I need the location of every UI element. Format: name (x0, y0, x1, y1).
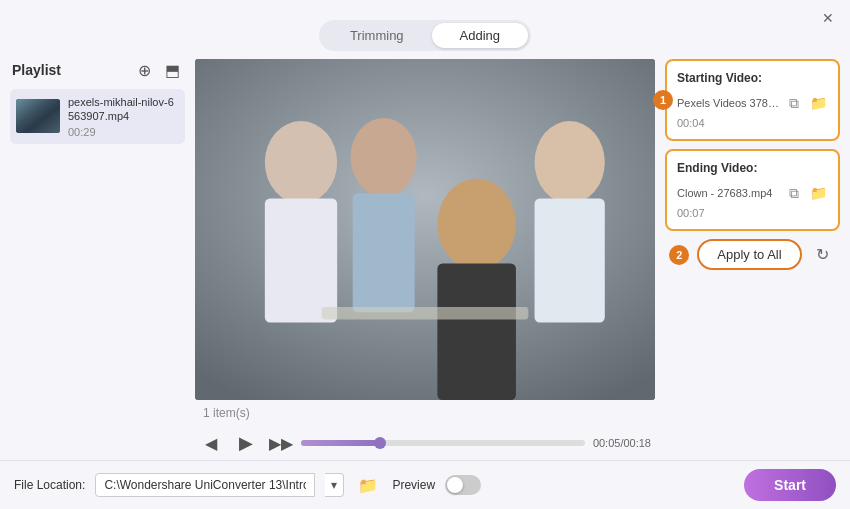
svg-rect-5 (353, 193, 415, 312)
tabs-container: Trimming Adding (0, 20, 850, 51)
file-path-input[interactable] (95, 473, 315, 497)
app-window: ✕ Trimming Adding Playlist ⊕ ⬒ (0, 0, 850, 509)
playlist-header: Playlist ⊕ ⬒ (10, 59, 185, 81)
path-dropdown-button[interactable]: ▾ (325, 473, 344, 497)
progress-bar[interactable] (301, 440, 585, 446)
starting-video-filename: Pexels Videos 3785.mp4 (677, 97, 784, 109)
svg-point-4 (351, 118, 417, 197)
svg-rect-9 (535, 199, 605, 323)
starting-video-entry: Pexels Videos 3785.mp4 ⧉ 📁 (677, 93, 828, 113)
svg-rect-10 (322, 307, 529, 319)
playlist-item-duration: 00:29 (68, 126, 179, 138)
starting-video-label: Starting Video: (677, 71, 828, 85)
svg-point-8 (535, 121, 605, 204)
refresh-button[interactable]: ↻ (810, 242, 836, 268)
play-button[interactable]: ▶ (231, 428, 261, 458)
starting-video-actions: ⧉ 📁 (784, 93, 828, 113)
preview-toggle[interactable] (445, 475, 481, 495)
playlist-item-info: pexels-mikhail-nilov-6563907.mp4 00:29 (68, 95, 179, 138)
starting-video-folder-button[interactable]: 📁 (808, 93, 828, 113)
start-button[interactable]: Start (744, 469, 836, 501)
ending-video-filename: Clown - 27683.mp4 (677, 187, 784, 199)
progress-fill (301, 440, 380, 446)
tabs: Trimming Adding (319, 20, 531, 51)
preview-label: Preview (392, 478, 435, 492)
playlist-panel: Playlist ⊕ ⬒ pexels-mikhail-nilov-656390… (10, 59, 185, 460)
time-display: 00:05/00:18 (593, 437, 651, 449)
svg-point-6 (437, 179, 516, 270)
playlist-thumbnail (16, 99, 60, 133)
playlist-title: Playlist (12, 62, 61, 78)
starting-video-copy-button[interactable]: ⧉ (784, 93, 804, 113)
toggle-knob (447, 477, 463, 493)
ending-video-card-outer: Ending Video: Clown - 27683.mp4 ⧉ 📁 00:0… (665, 149, 840, 231)
apply-row: 2 Apply to All ↻ (665, 239, 840, 270)
video-background (195, 59, 655, 400)
badge-2: 2 (669, 245, 689, 265)
tab-adding[interactable]: Adding (432, 23, 528, 48)
playlist-item[interactable]: pexels-mikhail-nilov-6563907.mp4 00:29 (10, 89, 185, 144)
starting-video-card-outer: 1 Starting Video: Pexels Videos 3785.mp4… (665, 59, 840, 141)
ending-video-card: Ending Video: Clown - 27683.mp4 ⧉ 📁 00:0… (665, 149, 840, 231)
ending-video-actions: ⧉ 📁 (784, 183, 828, 203)
ending-video-time: 00:07 (677, 207, 828, 219)
playlist-item-name: pexels-mikhail-nilov-6563907.mp4 (68, 95, 179, 124)
ending-video-label: Ending Video: (677, 161, 828, 175)
file-location-label: File Location: (14, 478, 85, 492)
ending-video-copy-button[interactable]: ⧉ (784, 183, 804, 203)
main-content: Playlist ⊕ ⬒ pexels-mikhail-nilov-656390… (0, 59, 850, 460)
playlist-actions: ⊕ ⬒ (133, 59, 183, 81)
bottom-bar: File Location: ▾ 📁 Preview Start (0, 460, 850, 509)
right-panel: 1 Starting Video: Pexels Videos 3785.mp4… (665, 59, 840, 460)
starting-video-time: 00:04 (677, 117, 828, 129)
close-button[interactable]: ✕ (818, 8, 838, 28)
tab-trimming[interactable]: Trimming (322, 23, 432, 48)
video-area: 1 item(s) ◀ ▶ ▶▶ 00:05/00:18 (195, 59, 655, 460)
svg-rect-7 (437, 264, 516, 400)
next-button[interactable]: ▶▶ (269, 431, 293, 455)
import-button[interactable]: ⬒ (161, 59, 183, 81)
title-bar: ✕ (0, 0, 850, 16)
apply-to-all-button[interactable]: Apply to All (697, 239, 801, 270)
progress-handle[interactable] (374, 437, 386, 449)
video-controls: ◀ ▶ ▶▶ 00:05/00:18 (195, 422, 655, 460)
starting-video-card: Starting Video: Pexels Videos 3785.mp4 ⧉… (665, 59, 840, 141)
ending-video-entry: Clown - 27683.mp4 ⧉ 📁 (677, 183, 828, 203)
thumbnail-image (16, 99, 60, 133)
ending-video-folder-button[interactable]: 📁 (808, 183, 828, 203)
prev-button[interactable]: ◀ (199, 431, 223, 455)
svg-point-2 (265, 121, 337, 204)
folder-browse-button[interactable]: 📁 (354, 471, 382, 499)
video-player (195, 59, 655, 400)
badge-1: 1 (653, 90, 673, 110)
svg-rect-3 (265, 199, 337, 323)
add-media-button[interactable]: ⊕ (133, 59, 155, 81)
video-scene (195, 59, 655, 400)
items-count: 1 item(s) (199, 404, 254, 422)
